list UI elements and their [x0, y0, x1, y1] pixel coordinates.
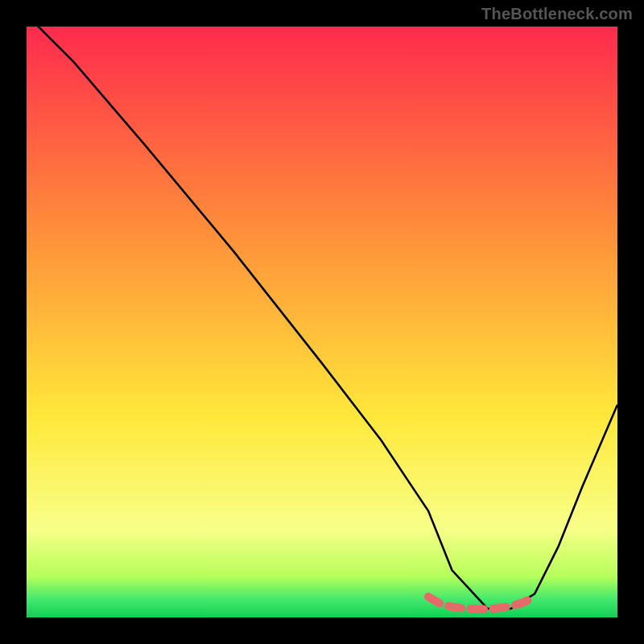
- watermark-text: TheBottleneck.com: [481, 5, 633, 23]
- bottleneck-curve-path: [27, 27, 617, 609]
- plot-area: [27, 27, 617, 617]
- curve-layer: [27, 27, 617, 617]
- chart-stage: TheBottleneck.com: [0, 0, 644, 644]
